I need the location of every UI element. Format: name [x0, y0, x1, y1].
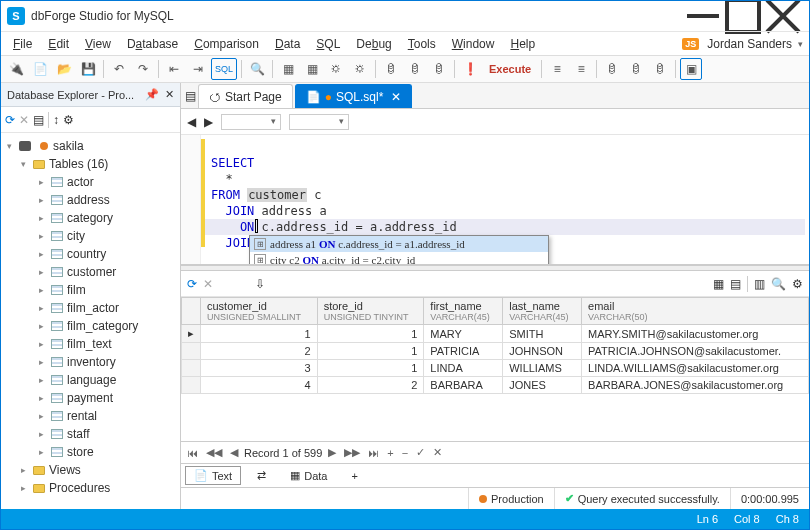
tree-table-city[interactable]: ▸city — [3, 227, 178, 245]
nav-cancel-icon[interactable]: ✕ — [431, 446, 444, 459]
execute-alert-icon[interactable]: ❗ — [459, 58, 481, 80]
grid-view-icon[interactable]: ▦ — [713, 277, 724, 291]
tree-table-staff[interactable]: ▸staff — [3, 425, 178, 443]
save-icon[interactable]: 💾 — [77, 58, 99, 80]
menu-window[interactable]: Window — [446, 35, 501, 53]
db-tool-icon[interactable]: 🛢 — [404, 58, 426, 80]
database-combo[interactable] — [289, 114, 349, 130]
tree-table-store[interactable]: ▸store — [3, 443, 178, 461]
new-connection-icon[interactable]: 🔌 — [5, 58, 27, 80]
nav-first-icon[interactable]: ⏮ — [185, 447, 200, 459]
table-row[interactable]: 31LINDAWILLIAMSLINDA.WILLIAMS@sakilacust… — [182, 360, 809, 377]
tab-start-page[interactable]: ⭯ Start Page — [198, 84, 293, 108]
pin-icon[interactable]: 📌 — [145, 88, 159, 101]
open-icon[interactable]: 📂 — [53, 58, 75, 80]
indent-icon[interactable]: ⇥ — [187, 58, 209, 80]
sql-icon[interactable]: SQL — [211, 58, 237, 80]
undo-icon[interactable]: ↶ — [108, 58, 130, 80]
table-row[interactable]: 42BARBARAJONESBARBARA.JONES@sakilacustom… — [182, 377, 809, 394]
table-row[interactable]: ▸11MARYSMITHMARY.SMITH@sakilacustomer.or… — [182, 325, 809, 343]
columns-icon[interactable]: ▥ — [754, 277, 765, 291]
redo-icon[interactable]: ↷ — [132, 58, 154, 80]
nav-add-icon[interactable]: + — [385, 447, 395, 459]
nav-prev-page-icon[interactable]: ◀◀ — [204, 446, 224, 459]
tree-table-film_actor[interactable]: ▸film_actor — [3, 299, 178, 317]
intellisense-popup[interactable]: ⊞address a1 ON c.address_id = a1.address… — [249, 235, 549, 265]
settings-icon[interactable]: ⚙ — [63, 113, 74, 127]
tree-table-payment[interactable]: ▸payment — [3, 389, 178, 407]
tab-close-icon[interactable]: ✕ — [391, 90, 401, 104]
tool-icon[interactable]: ▦ — [301, 58, 323, 80]
tree-table-address[interactable]: ▸address — [3, 191, 178, 209]
menu-file[interactable]: File — [7, 35, 38, 53]
forward-icon[interactable]: ▶ — [204, 115, 213, 129]
col-email[interactable]: emailVARCHAR(50) — [582, 298, 809, 325]
tree-table-customer[interactable]: ▸customer — [3, 263, 178, 281]
menu-tools[interactable]: Tools — [402, 35, 442, 53]
menu-help[interactable]: Help — [504, 35, 541, 53]
card-view-icon[interactable]: ▤ — [730, 277, 741, 291]
tool-icon[interactable]: ▣ — [680, 58, 702, 80]
tab-data[interactable]: ▦Data — [282, 467, 335, 484]
col-last_name[interactable]: last_nameVARCHAR(45) — [503, 298, 582, 325]
tree-table-rental[interactable]: ▸rental — [3, 407, 178, 425]
menu-debug[interactable]: Debug — [350, 35, 397, 53]
sidebar-close-icon[interactable]: ✕ — [165, 88, 174, 101]
refresh-icon[interactable]: ⟳ — [187, 277, 197, 291]
col-first_name[interactable]: first_nameVARCHAR(45) — [424, 298, 503, 325]
tool-icon[interactable]: ⛭ — [325, 58, 347, 80]
nav-next-page-icon[interactable]: ▶▶ — [342, 446, 362, 459]
filter-icon[interactable]: ▤ — [33, 113, 44, 127]
tab-text[interactable]: 📄Text — [185, 466, 241, 485]
menu-view[interactable]: View — [79, 35, 117, 53]
tree-folder-views[interactable]: ▸Views — [3, 461, 178, 479]
tree-table-actor[interactable]: ▸actor — [3, 173, 178, 191]
tree-db-node[interactable]: ▾ sakila — [3, 137, 178, 155]
menu-database[interactable]: Database — [121, 35, 184, 53]
tree-table-inventory[interactable]: ▸inventory — [3, 353, 178, 371]
refresh-icon[interactable]: ⟳ — [5, 113, 15, 127]
db-tree[interactable]: ▾ sakila ▾ Tables (16) ▸actor▸address▸ca… — [1, 133, 180, 509]
tree-table-category[interactable]: ▸category — [3, 209, 178, 227]
tab-data-prev[interactable]: ⇄ — [249, 467, 274, 484]
nav-last-icon[interactable]: ⏭ — [366, 447, 381, 459]
db-tool-icon[interactable]: 🛢 — [380, 58, 402, 80]
nav-delete-icon[interactable]: − — [400, 447, 410, 459]
tree-folder-procedures[interactable]: ▸Procedures — [3, 479, 178, 497]
suggest-item[interactable]: ⊞city c2 ON a.city_id = c2.city_id — [250, 252, 548, 265]
find-icon[interactable]: 🔍 — [246, 58, 268, 80]
collapse-icon[interactable]: ↕ — [53, 113, 59, 127]
tool-icon[interactable]: ⛭ — [349, 58, 371, 80]
outdent-icon[interactable]: ⇤ — [163, 58, 185, 80]
tab-list-icon[interactable]: ▤ — [185, 89, 196, 103]
user-menu-chevron-icon[interactable]: ▾ — [798, 39, 803, 49]
user-name[interactable]: Jordan Sanders — [707, 37, 792, 51]
menu-edit[interactable]: Edit — [42, 35, 75, 53]
menu-sql[interactable]: SQL — [310, 35, 346, 53]
tool-icon[interactable]: ≡ — [546, 58, 568, 80]
tree-table-country[interactable]: ▸country — [3, 245, 178, 263]
menu-comparison[interactable]: Comparison — [188, 35, 265, 53]
close-x-icon[interactable]: ✕ — [19, 113, 29, 127]
tree-table-language[interactable]: ▸language — [3, 371, 178, 389]
maximize-button[interactable] — [723, 2, 763, 30]
results-grid[interactable]: customer_idUNSIGNED SMALLINTstore_idUNSI… — [181, 297, 809, 441]
find-icon[interactable]: 🔍 — [771, 277, 786, 291]
tree-table-film_category[interactable]: ▸film_category — [3, 317, 178, 335]
tool-icon[interactable]: ≡ — [570, 58, 592, 80]
tool-icon[interactable]: ▦ — [277, 58, 299, 80]
sql-editor[interactable]: SELECT * FROM customer c JOIN address a … — [181, 135, 809, 265]
stop-icon[interactable]: ✕ — [203, 277, 213, 291]
minimize-button[interactable] — [683, 2, 723, 30]
tab-sql[interactable]: 📄 ● SQL.sql* ✕ — [295, 84, 413, 108]
table-row[interactable]: 21PATRICIAJOHNSONPATRICIA.JOHNSON@sakila… — [182, 343, 809, 360]
nav-next-icon[interactable]: ▶ — [326, 446, 338, 459]
execute-button[interactable]: Execute — [483, 58, 537, 80]
back-icon[interactable]: ◀ — [187, 115, 196, 129]
tool-icon[interactable]: 🛢 — [649, 58, 671, 80]
tab-add[interactable]: + — [343, 468, 365, 484]
tool-icon[interactable]: 🛢 — [601, 58, 623, 80]
connection-combo[interactable] — [221, 114, 281, 130]
tool-icon[interactable]: 🛢 — [625, 58, 647, 80]
db-tool-icon[interactable]: 🛢 — [428, 58, 450, 80]
